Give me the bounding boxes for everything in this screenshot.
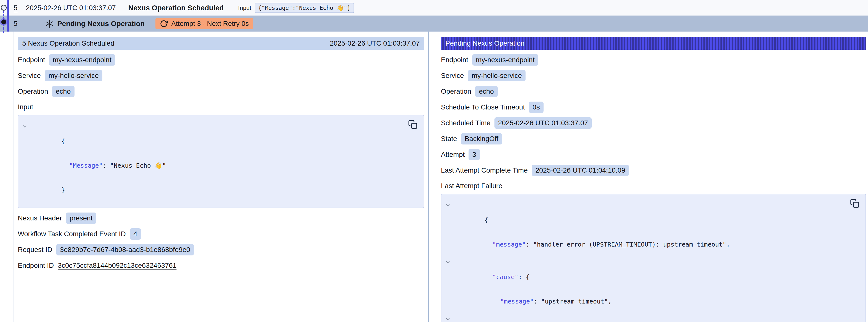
json-line: { <box>441 200 846 232</box>
copy-button[interactable] <box>408 120 418 130</box>
field-value-chip: 3 <box>469 149 480 160</box>
event-input-preview-badge: {"Message":"Nexus Echo 👋"} <box>255 3 354 13</box>
event-row-nexus-operation-scheduled[interactable]: 5 2025-02-26 UTC 01:03:37.07 Nexus Opera… <box>0 0 868 15</box>
json-value: : { <box>518 273 529 281</box>
field-value-chip: my-hello-service <box>45 70 102 82</box>
endpoint-id-link[interactable]: 3c0c75ccfa8144b092c13ce632463761 <box>58 262 177 269</box>
field-endpoint-id: Endpoint ID 3c0c75ccfa8144b092c13ce63246… <box>18 260 424 271</box>
field-label: Operation <box>18 88 48 95</box>
field-scheduled-time: Scheduled Time 2025-02-26 UTC 01:03:37.0… <box>441 117 866 129</box>
field-label: Attempt <box>441 151 465 159</box>
field-value-chip: 3e829b7e-7d67-4b08-aad3-b1e868bfe9e0 <box>56 244 194 255</box>
field-state: State BackingOff <box>441 133 866 144</box>
copy-button[interactable] <box>850 199 860 208</box>
json-punctuation: } <box>61 186 65 194</box>
json-line: } <box>18 178 404 202</box>
json-key: "message" <box>492 241 526 248</box>
field-label: Operation <box>441 88 471 95</box>
field-operation: Operation echo <box>18 86 424 97</box>
field-label: Nexus Header <box>18 214 62 222</box>
field-label: State <box>441 135 457 143</box>
pending-details-column: Pending Nexus Operation Endpoint my-nexu… <box>429 32 868 322</box>
field-label: Workflow Task Completed Event ID <box>18 230 126 238</box>
field-label: Last Attempt Complete Time <box>441 166 528 174</box>
scheduled-details-column: 5 Nexus Operation Scheduled 2025-02-26 U… <box>14 32 429 322</box>
field-label: Endpoint <box>441 56 468 64</box>
copy-icon <box>850 199 859 208</box>
pending-panel-header: Pending Nexus Operation <box>441 37 866 50</box>
collapse-chevron-icon[interactable] <box>445 258 450 263</box>
field-label: Scheduled Time <box>441 119 491 127</box>
last-attempt-failure-label: Last Attempt Failure <box>441 182 866 190</box>
pending-panel-title: Pending Nexus Operation <box>445 39 525 47</box>
json-value: : "handler error (UPSTREAM_TIMEOUT): ups… <box>526 241 730 248</box>
field-schedule-to-close-timeout: Schedule To Close Timeout 0s <box>441 102 866 113</box>
json-punctuation: { <box>61 137 65 145</box>
failure-json-block: { "message": "handler error (UPSTREAM_TI… <box>441 194 866 322</box>
field-value-chip: my-nexus-endpoint <box>472 54 538 66</box>
json-line: { <box>18 121 404 153</box>
retry-icon <box>160 20 168 28</box>
field-operation: Operation echo <box>441 86 866 97</box>
field-label: Endpoint <box>18 56 45 64</box>
field-nexus-header: Nexus Header present <box>18 213 424 224</box>
pending-asterisk-icon <box>45 19 54 28</box>
json-line: "message": "upstream timeout", <box>441 289 846 314</box>
field-label: Service <box>441 72 464 79</box>
event-row-pending-nexus-operation[interactable]: 5 Pending Nexus Operation Attempt 3 · Ne… <box>0 15 868 32</box>
scheduled-panel-title: 5 Nexus Operation Scheduled <box>22 39 115 47</box>
field-label: Service <box>18 72 41 79</box>
json-value: : "upstream timeout", <box>534 298 612 305</box>
input-json-block: { "Message": "Nexus Echo 👋" } <box>18 115 424 208</box>
event-input-label: Input <box>238 4 251 11</box>
field-value-chip: echo <box>52 86 74 97</box>
field-value-chip: 2025-02-26 UTC 01:04:10.09 <box>532 165 629 176</box>
field-attempt: Attempt 3 <box>441 149 866 160</box>
retry-status-badge: Attempt 3 · Next Retry 0s <box>155 18 253 29</box>
timeline-active-bar <box>7 0 9 32</box>
json-line: "message": "handler error (UPSTREAM_TIME… <box>441 232 846 257</box>
field-value-chip: 4 <box>130 228 141 240</box>
event-details-panel: 5 Nexus Operation Scheduled 2025-02-26 U… <box>13 32 868 322</box>
field-label: Endpoint ID <box>18 262 54 269</box>
field-label: Request ID <box>18 246 52 254</box>
input-section-label: Input <box>18 103 424 111</box>
field-value-chip: present <box>66 213 96 224</box>
copy-icon <box>408 120 417 129</box>
field-value-chip: my-hello-service <box>468 70 526 82</box>
field-request-id: Request ID 3e829b7e-7d67-4b08-aad3-b1e86… <box>18 244 424 255</box>
json-key: "cause" <box>492 273 518 281</box>
field-workflow-task-completed-event-id: Workflow Task Completed Event ID 4 <box>18 228 424 240</box>
scheduled-panel-time: 2025-02-26 UTC 01:03:37.07 <box>330 39 420 47</box>
event-title: Pending Nexus Operation <box>57 20 145 28</box>
field-service: Service my-hello-service <box>441 70 866 82</box>
field-endpoint: Endpoint my-nexus-endpoint <box>18 54 424 66</box>
json-key: "Message" <box>69 162 102 169</box>
collapse-chevron-icon[interactable] <box>22 123 27 127</box>
json-punctuation: { <box>484 217 488 224</box>
field-endpoint: Endpoint my-nexus-endpoint <box>441 54 866 66</box>
field-value-chip: BackingOff <box>461 133 502 144</box>
timeline-node-open-circle-icon <box>1 5 7 10</box>
json-value: : "Nexus Echo 👋" <box>103 162 166 169</box>
field-label: Schedule To Close Timeout <box>441 103 525 111</box>
timeline-node-filled-dot-icon <box>1 20 6 24</box>
event-id-link[interactable]: 5 <box>13 20 18 28</box>
event-title: Nexus Operation Scheduled <box>128 4 224 12</box>
field-last-attempt-complete-time: Last Attempt Complete Time 2025-02-26 UT… <box>441 165 866 176</box>
json-line: "cause": { <box>441 257 846 289</box>
event-timestamp: 2025-02-26 UTC 01:03:37.07 <box>26 4 116 12</box>
field-value-chip: 0s <box>529 102 544 113</box>
scheduled-panel-header: 5 Nexus Operation Scheduled 2025-02-26 U… <box>18 37 424 50</box>
field-value-chip: my-nexus-endpoint <box>49 54 115 66</box>
json-line: "applicationFailureInfo": { <box>441 314 846 322</box>
field-value-chip: 2025-02-26 UTC 01:03:37.07 <box>494 117 592 129</box>
json-line: "Message": "Nexus Echo 👋" <box>18 153 404 178</box>
collapse-chevron-icon[interactable] <box>445 201 450 206</box>
retry-badge-label: Attempt 3 · Next Retry 0s <box>171 20 249 28</box>
collapse-chevron-icon[interactable] <box>445 315 450 320</box>
field-value-chip: echo <box>475 86 498 97</box>
field-service: Service my-hello-service <box>18 70 424 82</box>
json-key: "message" <box>500 298 533 305</box>
event-id-link[interactable]: 5 <box>13 4 18 12</box>
